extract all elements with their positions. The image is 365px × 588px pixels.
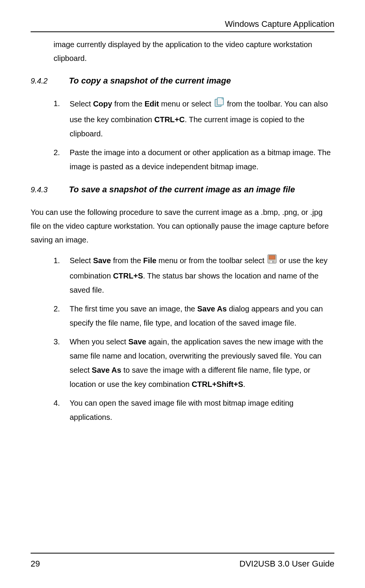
page: Windows Capture Application image curren… — [0, 0, 365, 588]
list-number: 1. — [54, 254, 60, 268]
text: . — [243, 380, 246, 388]
lead-paragraph: You can use the following procedure to s… — [31, 205, 334, 247]
list-number: 2. — [54, 302, 60, 316]
section-heading-942: 9.4.2 To copy a snapshot of the current … — [31, 76, 334, 86]
text: Paste the image into a document or other… — [70, 148, 331, 171]
bold-ctrls: CTRL+S — [113, 272, 143, 280]
list-number: 1. — [54, 97, 60, 111]
list-item: 2. The first time you save an image, the… — [54, 302, 334, 330]
section-title: To save a snapshot of the current image … — [69, 185, 295, 195]
list-item: 4. You can open the saved image file wit… — [54, 396, 334, 424]
bold-ctrlc: CTRL+C — [154, 115, 184, 124]
intro-paragraph: image currently displayed by the applica… — [31, 38, 334, 65]
text: You can open the saved image file with m… — [70, 399, 293, 421]
section-number: 9.4.2 — [31, 77, 69, 85]
section-heading-943: 9.4.3 To save a snapshot of the current … — [31, 185, 334, 195]
running-header: Windows Capture Application — [31, 19, 334, 32]
text: from the — [111, 256, 143, 265]
guide-title: DVI2USB 3.0 User Guide — [240, 559, 334, 569]
text: Select — [70, 100, 93, 108]
list-item: 2. Paste the image into a document or ot… — [54, 146, 334, 174]
section-number: 9.4.3 — [31, 185, 69, 194]
list-number: 3. — [54, 335, 60, 349]
list-number: 2. — [54, 146, 60, 160]
list-item: 3. When you select Save again, the appli… — [54, 335, 334, 391]
text: Select — [70, 256, 93, 265]
bold-save: Save — [128, 337, 146, 346]
svg-rect-3 — [269, 256, 275, 259]
list-item: 1. Select Copy from the Edit menu or sel… — [54, 97, 334, 141]
svg-rect-5 — [272, 261, 274, 263]
ordered-list-943: 1. Select Save from the File menu or fro… — [31, 254, 334, 424]
text: from the — [112, 100, 144, 108]
bold-file: File — [143, 256, 156, 265]
bold-saveas: Save As — [92, 366, 121, 374]
bold-saveas: Save As — [197, 305, 227, 313]
list-number: 4. — [54, 396, 60, 410]
text: menu or from the toolbar select — [156, 256, 267, 265]
list-item: 1. Select Save from the File menu or fro… — [54, 254, 334, 297]
page-number: 29 — [31, 559, 40, 569]
text: menu or select — [159, 100, 213, 108]
svg-rect-4 — [270, 260, 274, 263]
bold-save: Save — [93, 256, 111, 265]
bold-copy: Copy — [93, 100, 112, 108]
ordered-list-942: 1. Select Copy from the Edit menu or sel… — [31, 97, 334, 174]
text: When you select — [70, 337, 128, 346]
copy-icon — [213, 97, 225, 113]
text: The first time you save an image, the — [70, 305, 197, 313]
bold-edit: Edit — [145, 100, 159, 108]
section-title: To copy a snapshot of the current image — [69, 76, 231, 86]
page-footer: 29 DVI2USB 3.0 User Guide — [31, 553, 334, 569]
save-icon — [267, 254, 277, 269]
bold-ctrlshifts: CTRL+Shift+S — [192, 380, 243, 388]
